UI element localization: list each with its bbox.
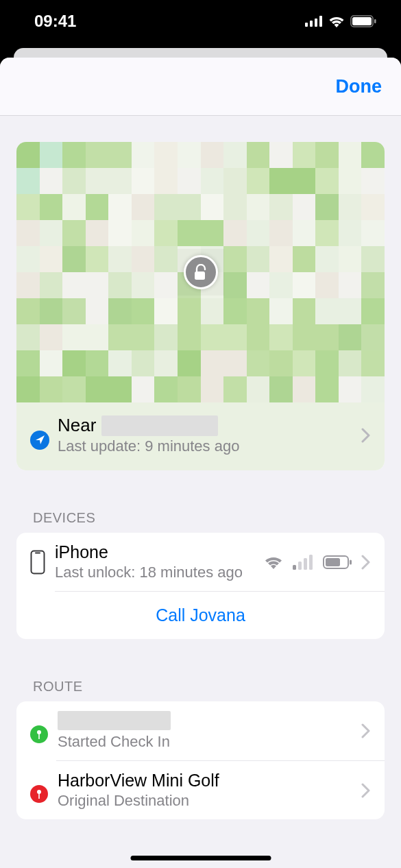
cellular-icon bbox=[305, 16, 323, 27]
svg-rect-9 bbox=[35, 552, 40, 553]
wifi-icon bbox=[328, 15, 345, 27]
device-last-unlock: Last unlock: 18 minutes ago bbox=[55, 564, 254, 581]
route-origin-redacted bbox=[58, 711, 171, 730]
destination-pin-icon bbox=[30, 785, 48, 803]
location-near-label: Near bbox=[58, 415, 96, 436]
svg-rect-1 bbox=[310, 21, 313, 27]
route-header: ROUTE bbox=[0, 679, 401, 695]
svg-rect-2 bbox=[315, 19, 317, 27]
route-origin-text: Started Check In bbox=[58, 711, 352, 751]
svg-rect-15 bbox=[326, 558, 340, 566]
svg-rect-18 bbox=[38, 734, 40, 739]
svg-rect-7 bbox=[195, 272, 205, 280]
svg-rect-8 bbox=[32, 551, 45, 573]
status-bar: 09:41 bbox=[0, 0, 401, 43]
location-arrow-icon bbox=[30, 431, 49, 450]
status-icons bbox=[305, 15, 376, 27]
route-destination-row[interactable]: HarborView Mini Golf Original Destinatio… bbox=[16, 761, 385, 819]
chevron-right-icon bbox=[361, 723, 371, 738]
route-origin-row[interactable]: Started Check In bbox=[16, 701, 385, 760]
nav-bar: Done bbox=[0, 58, 401, 116]
device-battery-icon bbox=[323, 555, 352, 569]
chevron-right-icon bbox=[361, 555, 371, 570]
devices-header: DEVICES bbox=[0, 510, 401, 526]
map-center-pin bbox=[178, 249, 224, 296]
lock-icon bbox=[184, 255, 218, 289]
home-indicator[interactable] bbox=[130, 856, 271, 860]
done-button[interactable]: Done bbox=[336, 76, 382, 97]
chevron-right-icon bbox=[361, 783, 371, 798]
call-button[interactable]: Call Jovana bbox=[30, 605, 371, 625]
map-preview[interactable] bbox=[16, 142, 385, 402]
battery-icon bbox=[350, 15, 376, 27]
svg-rect-16 bbox=[350, 559, 352, 564]
origin-pin-icon bbox=[30, 725, 48, 743]
chevron-right-icon bbox=[361, 428, 371, 443]
location-update-time: Last update: 9 minutes ago bbox=[58, 437, 353, 455]
svg-rect-20 bbox=[38, 793, 40, 799]
svg-rect-5 bbox=[352, 17, 372, 25]
svg-rect-13 bbox=[309, 555, 313, 570]
iphone-icon bbox=[30, 550, 45, 575]
route-destination-title: HarborView Mini Golf bbox=[58, 771, 352, 791]
svg-rect-0 bbox=[305, 23, 308, 27]
route-card: Started Check In HarborView Mini Golf Or… bbox=[16, 701, 385, 819]
map-card: Near Last update: 9 minutes ago bbox=[16, 142, 385, 470]
route-origin-sub: Started Check In bbox=[58, 733, 352, 751]
modal-sheet: Done Near bbox=[0, 58, 401, 868]
svg-rect-10 bbox=[293, 565, 296, 570]
call-row: Call Jovana bbox=[55, 591, 385, 639]
svg-rect-12 bbox=[304, 558, 307, 570]
device-text: iPhone Last unlock: 18 minutes ago bbox=[55, 542, 254, 581]
devices-card: iPhone Last unlock: 18 minutes ago Call … bbox=[16, 533, 385, 639]
status-time: 09:41 bbox=[34, 12, 76, 31]
device-row[interactable]: iPhone Last unlock: 18 minutes ago bbox=[16, 533, 385, 591]
location-name-redacted bbox=[101, 415, 218, 436]
svg-rect-3 bbox=[319, 16, 322, 27]
device-cellular-icon bbox=[293, 555, 313, 570]
location-text: Near Last update: 9 minutes ago bbox=[58, 415, 353, 455]
route-destination-text: HarborView Mini Golf Original Destinatio… bbox=[58, 771, 352, 810]
content: Near Last update: 9 minutes ago DEVICES … bbox=[0, 142, 401, 847]
svg-rect-11 bbox=[298, 562, 302, 570]
route-destination-sub: Original Destination bbox=[58, 792, 352, 810]
location-row[interactable]: Near Last update: 9 minutes ago bbox=[16, 402, 385, 470]
device-name: iPhone bbox=[55, 542, 254, 562]
device-status-icons bbox=[264, 555, 352, 570]
svg-rect-6 bbox=[374, 19, 376, 23]
device-wifi-icon bbox=[264, 555, 283, 570]
